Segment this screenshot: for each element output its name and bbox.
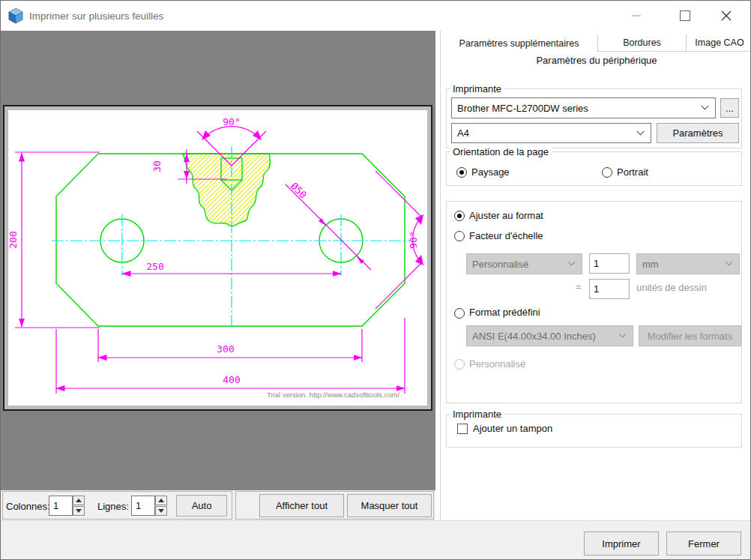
- minimize-icon: [632, 15, 641, 16]
- rows-input[interactable]: [131, 496, 155, 516]
- add-stamp-label: Ajouter un tampon: [473, 423, 552, 434]
- predefined-format-value: ANSI E(44.00x34.00 Inches): [472, 331, 596, 342]
- hatched-pocket: [182, 154, 270, 226]
- maximize-button[interactable]: [666, 1, 704, 31]
- printer-select-value: Brother MFC-L2700DW series: [457, 103, 588, 114]
- dim-height-label: 200: [8, 231, 19, 248]
- scale-mode-value: Personnalisé: [472, 259, 528, 270]
- rows-spin-up-button[interactable]: [155, 496, 167, 505]
- printer-group-label: Imprimante: [450, 83, 504, 94]
- add-stamp-checkbox[interactable]: [457, 424, 468, 434]
- print-button[interactable]: Imprimer: [584, 532, 659, 556]
- chevron-down-icon: [637, 127, 645, 135]
- print-preview-area: 200 30 90° 90° Ø50 250 300 400 Trial ver…: [1, 31, 435, 490]
- scale-mode-select: Personnalisé: [466, 253, 582, 274]
- minimize-button[interactable]: [618, 1, 655, 31]
- chevron-down-icon: [726, 259, 733, 266]
- settings-panel: Paramètres supplémentaires Bordures Imag…: [440, 31, 751, 520]
- up-arrow-icon: [76, 499, 82, 502]
- predefined-format-select: ANSI E(44.00x34.00 Inches): [466, 325, 633, 346]
- tab-image-cao[interactable]: Image CAO: [686, 34, 751, 52]
- columns-input[interactable]: [49, 496, 73, 516]
- columns-label: Colonnes:: [6, 492, 50, 520]
- portrait-radio[interactable]: [602, 167, 612, 178]
- rows-label: Lignes:: [97, 492, 129, 520]
- grid-toolbar: Colonnes: Lignes: Auto Afficher tout Mas…: [1, 490, 435, 520]
- fit-to-format-label: Ajuster au format: [469, 210, 543, 221]
- scale-factor-radio[interactable]: [454, 231, 465, 241]
- centerlines: [52, 146, 411, 327]
- maximize-icon: [680, 10, 690, 21]
- landscape-radio[interactable]: [456, 167, 467, 178]
- equals-sign: =: [576, 281, 582, 292]
- orientation-group-label: Orientation de la page: [450, 146, 552, 157]
- paper-size-select[interactable]: A4: [451, 123, 651, 143]
- scale-unit-select: mm: [636, 253, 740, 274]
- down-arrow-icon: [76, 509, 82, 513]
- printer-settings-button[interactable]: Paramètres: [657, 123, 739, 143]
- auto-button[interactable]: Auto: [176, 495, 227, 517]
- dim-total-width-label: 400: [223, 374, 240, 385]
- preview-page[interactable]: 200 30 90° 90° Ø50 250 300 400 Trial ver…: [3, 105, 432, 411]
- columns-spin-up-button[interactable]: [73, 496, 85, 505]
- chevron-down-icon: [568, 259, 576, 266]
- close-button[interactable]: [708, 1, 745, 31]
- chevron-down-icon: [702, 103, 709, 110]
- portrait-label: Portrait: [617, 166, 648, 178]
- rows-spinner: [155, 496, 167, 516]
- show-all-button[interactable]: Afficher tout: [259, 494, 344, 517]
- printer-select[interactable]: Brother MFC-L2700DW series: [451, 97, 716, 118]
- chevron-down-icon: [619, 331, 627, 338]
- trial-watermark: Trial version. http://www.cadsofttools.c…: [267, 391, 399, 399]
- window-title: Imprimer sur plusieurs feuilles: [29, 1, 163, 31]
- tab-bordures[interactable]: Bordures: [597, 34, 686, 52]
- columns-spinner: [73, 496, 85, 516]
- tab-parametres-supplementaires[interactable]: Paramètres supplémentaires: [441, 34, 597, 52]
- grid-size-box: Colonnes: Lignes: Auto: [2, 491, 232, 520]
- close-dialog-button[interactable]: Fermer: [666, 532, 741, 556]
- fit-to-format-radio[interactable]: [454, 211, 465, 221]
- dim-angle-top-label: 90°: [223, 116, 240, 127]
- columns-spin-down-button[interactable]: [73, 506, 85, 516]
- title-bar: Imprimer sur plusieurs feuilles: [1, 1, 751, 31]
- predefined-format-label: Format prédéfini: [469, 307, 540, 318]
- predefined-format-radio[interactable]: [454, 308, 465, 319]
- drawing-units-input[interactable]: [589, 279, 630, 299]
- dialog-footer: Imprimer Fermer: [1, 520, 751, 560]
- stamp-group-label: Imprimante: [450, 409, 504, 420]
- dim-bottom-width-label: 300: [217, 343, 234, 355]
- rows-spin-down-button[interactable]: [155, 506, 167, 516]
- dim-hole-distance-label: 250: [146, 261, 163, 272]
- cad-drawing: 200 30 90° 90° Ø50 250 300 400 Trial ver…: [8, 110, 427, 406]
- down-arrow-icon: [158, 509, 164, 513]
- dim-hole-diameter-label: Ø50: [289, 181, 309, 201]
- dialog-window: Imprimer sur plusieurs feuilles: [0, 0, 751, 560]
- drawing-units-label: unités de dessin: [636, 282, 707, 293]
- dim-angle-right-label: 90°: [408, 231, 419, 248]
- custom-radio: [454, 359, 465, 370]
- app-cube-icon: [7, 7, 24, 24]
- tab-strip: Paramètres supplémentaires Bordures Imag…: [441, 34, 751, 52]
- paper-size-value: A4: [457, 127, 469, 139]
- scale-factor-label: Facteur d'échelle: [469, 230, 543, 241]
- up-arrow-icon: [158, 499, 164, 502]
- scale-unit-value: mm: [642, 259, 659, 270]
- landscape-label: Paysage: [471, 166, 510, 178]
- page-heading: Paramètres du périphérique: [441, 55, 751, 66]
- preview-paper: 200 30 90° 90° Ø50 250 300 400 Trial ver…: [8, 110, 427, 406]
- edit-formats-button: Modifier les formats: [639, 325, 741, 346]
- hide-all-button[interactable]: Masquer tout: [347, 494, 432, 517]
- printer-more-button[interactable]: ...: [720, 98, 739, 118]
- visibility-box: Afficher tout Masquer tout: [235, 491, 434, 520]
- close-icon: [720, 10, 732, 22]
- dim-notch-depth-label: 30: [151, 160, 163, 172]
- custom-label: Personnalisé: [469, 358, 525, 370]
- scale-value-input[interactable]: [589, 253, 630, 274]
